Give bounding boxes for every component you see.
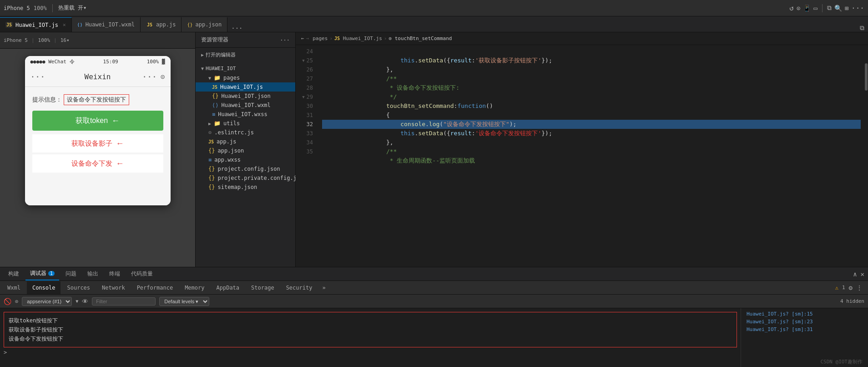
fold-icon[interactable]: ▼ [302,56,304,65]
shadow-button[interactable]: 获取设备影子 ← [32,134,163,153]
console-filter-icon[interactable]: ⊙ [15,298,18,305]
devtools-tab-wxml[interactable]: Wxml [2,281,26,294]
console-clear-icon[interactable]: 🚫 [4,298,11,305]
phone-back-btn[interactable]: ··· [30,72,45,82]
sitemap-item[interactable]: {} sitemap.json [196,183,295,192]
token-button[interactable]: 获取token ← [32,111,163,131]
phone-menu-icon[interactable]: ··· [142,72,157,82]
tab-app-js[interactable]: JS app.js [141,17,182,32]
tab-debug[interactable]: 调试器 1 [25,268,59,280]
tab-close-icon[interactable]: ✕ [63,22,66,28]
ref-file-1[interactable]: Huawei_IOT.js? [sm]:15 [747,311,813,317]
hotreload-toggle[interactable]: 热重载 开▾ [58,4,86,12]
devtools-more-icon[interactable]: » [322,285,325,291]
tab-appdata-label: AppData [216,285,239,291]
devtools-tab-appdata[interactable]: AppData [211,281,245,294]
devtools-tab-network[interactable]: Network [96,281,131,294]
tab-issues-label: 问题 [66,270,76,278]
more-devtools-icon[interactable]: ⋮ [856,284,863,291]
tab-build[interactable]: 构建 [4,268,24,280]
tab-sources-label: Sources [67,285,90,291]
phone-device: ●●●●● WeChat 令 15:09 100% ▓ ··· Weixin ·… [25,56,171,205]
split-editor-icon[interactable]: ⧉ [856,24,868,32]
tab-memory-label: Memory [185,285,204,291]
devtools-tab-memory[interactable]: Memory [179,281,210,294]
ref-file-2[interactable]: Huawei_IOT.js? [sm]:23 [747,319,813,325]
tabs-more-icon[interactable]: ··· [231,25,242,32]
phone-network: 16▾ [61,37,70,43]
huawei-iot-js-item[interactable]: JS Huawei_IOT.js [196,82,295,92]
nav-forward-icon[interactable]: → [306,36,309,41]
mini-scrollbar[interactable] [864,45,868,267]
log-line-1: 获取token按钮按下 [9,316,732,325]
search-icon[interactable]: 🔍 [834,5,842,12]
explorer-more-icon[interactable]: ··· [280,37,290,43]
phone-camera-icon[interactable]: ⊙ [161,72,165,81]
log-line-3: 设备命令下发按钮按下 [9,334,732,343]
tab-output[interactable]: 输出 [83,268,103,280]
panel-expand-icon[interactable]: ∧ [853,270,857,278]
project-config-item[interactable]: {} project.config.json [196,164,295,173]
console-filter-input[interactable] [92,297,156,306]
copy-icon[interactable]: ⧉ [827,4,832,12]
phone-status-bar: ●●●●● WeChat 令 15:09 100% ▓ [25,56,171,67]
code-line-27: * 设备命令下发按钮按下: [322,74,861,83]
code-content: 24 ▼ 25 26 27 28 ▼ 29 30 31 32 33 34 35 [296,45,868,267]
json-file-icon: {} [208,184,215,190]
devtools-tab-storage[interactable]: Storage [246,281,280,294]
console-ref-2: Huawei_IOT.js? [sm]:23 [741,318,868,326]
open-editors-toggle[interactable]: ▶ 打开的编辑器 [196,50,295,60]
hint-label: 提示信息： [32,96,62,104]
breadcrumb-function[interactable]: ⊙ touchBtn_setCommand [389,36,452,41]
app-js-item[interactable]: JS app.js [196,137,295,146]
devtools-tab-console[interactable]: Console [27,281,61,294]
panel-close-icon[interactable]: ✕ [861,270,864,278]
phone-scale: 100% [38,37,50,43]
stop-icon[interactable]: ⊙ [797,5,800,12]
device-selector[interactable]: iPhone 5 [4,5,30,11]
scrollbar-thumb[interactable] [865,63,868,91]
pages-folder[interactable]: ▼ 📁 pages [196,73,295,82]
tab-huawei-iot-js[interactable]: JS Huawei_IOT.js ✕ [0,17,72,32]
log-level-selector[interactable]: Default levels ▾ [159,297,209,306]
explorer-header: 资源管理器 ··· [196,32,295,48]
tab-huawei-iot-wxml[interactable]: ⟨⟩ Huawei_IOT.wxml [72,17,141,32]
watermark: CSDN @IOT趣制作 [820,358,863,365]
breadcrumb-pages[interactable]: pages [313,36,328,41]
devtools-tab-performance[interactable]: Performance [131,281,178,294]
phone-icon[interactable]: 📱 [803,5,811,12]
tablet-icon[interactable]: ▭ [813,5,817,12]
code-lines[interactable]: this.setData({result:'获取设备影子按钮按下'}); }, … [318,45,864,267]
app-json-item[interactable]: {} app.json [196,146,295,155]
ref-file-3[interactable]: Huawei_IOT.js? [sm]:31 [747,326,813,332]
fold-icon-29[interactable]: ▼ [302,92,304,102]
devtools-tab-security[interactable]: Security [281,281,318,294]
tab-terminal[interactable]: 终端 [105,268,125,280]
tab-app-json[interactable]: {} app.json [182,17,227,32]
command-button[interactable]: 设备命令下发 ← [32,154,163,173]
eye-icon[interactable]: 👁 [82,298,88,305]
eslintrc-item[interactable]: ⊙ .eslintrc.js [196,128,295,137]
project-toggle[interactable]: ▼ HUAWEI_IOT [196,64,295,73]
app-wxss-item[interactable]: ≡ app.wxss [196,155,295,164]
tab-quality[interactable]: 代码质量 [126,268,157,280]
utils-folder[interactable]: ▶ 📁 utils [196,119,295,128]
console-prompt[interactable]: > [4,349,737,356]
line-num-34: 34 [296,138,313,147]
nav-back-icon[interactable]: ← [301,36,304,41]
grid-icon[interactable]: ⊞ [845,5,848,12]
refresh-icon[interactable]: ↺ [789,4,794,12]
devtools-tab-sources[interactable]: Sources [61,281,96,294]
arrow-icon-command: ← [116,159,124,168]
breadcrumb-file[interactable]: JS Huawei_IOT.js [334,36,382,41]
code-line-24: this.setData({result:'获取设备影子按钮按下'}); [322,47,861,56]
huawei-iot-json-item[interactable]: {} Huawei_IOT.json [196,92,295,101]
service-selector[interactable]: appservice (#1) [22,297,72,306]
project-private-config-item[interactable]: {} project.private.config.js... [196,173,295,183]
line-num-29: ▼ 29 [296,92,313,102]
huawei-iot-wxml-item[interactable]: ⟨⟩ Huawei_IOT.wxml [196,101,295,110]
settings-icon[interactable]: ⚙ [849,284,853,291]
tab-issues[interactable]: 问题 [61,268,81,280]
huawei-iot-wxss-item[interactable]: ≡ Huawei_IOT.wxss [196,110,295,119]
more-icon[interactable]: ··· [851,4,864,12]
